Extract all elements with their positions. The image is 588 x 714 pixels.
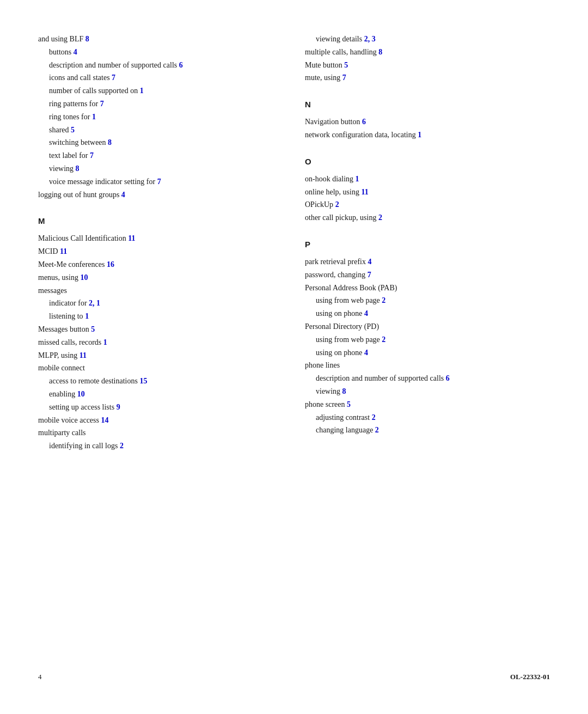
- page-ref: 6: [446, 374, 450, 382]
- page-ref: 4: [364, 349, 368, 357]
- page-ref: 8: [342, 387, 346, 395]
- page-ref: 10: [77, 390, 85, 398]
- right-column: viewing details 2, 3 multiple calls, han…: [305, 33, 550, 662]
- page-ref: 4: [121, 191, 125, 199]
- list-item: OPickUp 2: [305, 198, 550, 211]
- list-item: viewing 8: [305, 385, 550, 398]
- page-ref: 1: [92, 113, 96, 121]
- list-item: Navigation button 6: [305, 115, 550, 129]
- list-item: Malicious Call Identification 11: [38, 232, 283, 245]
- list-item: identifying in call logs 2: [38, 440, 283, 453]
- list-item: Personal Address Book (PAB): [305, 282, 550, 295]
- list-item: using from web page 2: [305, 333, 550, 346]
- list-item: Mute button 5: [305, 59, 550, 72]
- list-item: enabling 10: [38, 388, 283, 401]
- list-item: ring tones for 1: [38, 111, 283, 124]
- section-header-n: N: [305, 100, 550, 109]
- section-o: O on-hook dialing 1 online help, using 1…: [305, 157, 550, 224]
- list-item: indicator for 2, 1: [38, 297, 283, 310]
- list-item: phone screen 5: [305, 398, 550, 411]
- list-item: voice message indicator setting for 7: [38, 175, 283, 188]
- list-item: mobile connect: [38, 362, 283, 375]
- page-ref: 5: [347, 400, 351, 408]
- top-continuation-section: and using BLF 8 buttons 4 description an…: [38, 33, 283, 201]
- page-ref: 2: [378, 213, 382, 222]
- section-n: N Navigation button 6 network configurat…: [305, 100, 550, 142]
- list-item: mute, using 7: [305, 71, 550, 84]
- page-ref: 14: [101, 416, 108, 424]
- list-item: number of calls supported on 1: [38, 84, 283, 97]
- list-item: phone lines: [305, 359, 550, 372]
- footer-page-number: 4: [38, 673, 42, 681]
- page-ref: 8: [108, 138, 112, 147]
- page-ref: 1: [140, 87, 144, 95]
- page-ref: 11: [128, 234, 135, 242]
- page-ref: 4: [74, 48, 77, 56]
- list-item: adjusting contrast 2: [305, 411, 550, 424]
- page-ref: 11: [79, 351, 87, 359]
- page-ref: 2, 3: [364, 35, 376, 43]
- page-ref: 1: [85, 312, 89, 320]
- page-ref: 4: [364, 309, 368, 318]
- page-ref: 2: [382, 335, 385, 344]
- page-ref: 10: [80, 273, 88, 282]
- list-item: using on phone 4: [305, 346, 550, 359]
- page-ref: 5: [71, 126, 75, 134]
- page-ref: 6: [179, 61, 183, 69]
- list-item: listening to 1: [38, 310, 283, 323]
- list-item: network configuration data, locating 1: [305, 129, 550, 142]
- page-ref: 7: [100, 100, 104, 108]
- list-item: password, changing 7: [305, 268, 550, 282]
- list-item: on-hook dialing 1: [305, 173, 550, 186]
- left-column: and using BLF 8 buttons 4 description an…: [38, 33, 283, 662]
- page-ref: 5: [344, 61, 348, 69]
- page-ref: 8: [85, 35, 89, 43]
- list-item: online help, using 11: [305, 186, 550, 199]
- page-ref: 7: [90, 151, 94, 160]
- page-ref: 7: [367, 271, 371, 279]
- page-ref: 1: [356, 175, 359, 183]
- list-item: access to remote destinations 15: [38, 375, 283, 388]
- list-item: park retrieval prefix 4: [305, 255, 550, 268]
- list-item: Meet-Me conferences 16: [38, 258, 283, 271]
- page-ref: 2: [335, 200, 339, 209]
- list-item: Personal Directory (PD): [305, 320, 550, 333]
- list-item: switching between 8: [38, 136, 283, 149]
- section-header-m: M: [38, 216, 283, 225]
- list-item: messages: [38, 284, 283, 297]
- two-column-layout: and using BLF 8 buttons 4 description an…: [38, 33, 550, 662]
- list-item: viewing 8: [38, 162, 283, 175]
- list-item: buttons 4: [38, 46, 283, 59]
- page-ref: 1: [103, 338, 107, 346]
- page-ref: 1: [418, 131, 421, 139]
- list-item: using from web page 2: [305, 294, 550, 307]
- list-item: multiple calls, handling 8: [305, 46, 550, 59]
- list-item: ring patterns for 7: [38, 97, 283, 111]
- section-p: P park retrieval prefix 4 password, chan…: [305, 240, 550, 437]
- section-header-o: O: [305, 157, 550, 166]
- list-item: icons and call states 7: [38, 71, 283, 84]
- page-ref: 11: [60, 247, 67, 255]
- page-ref: 4: [367, 258, 371, 266]
- list-item: using on phone 4: [305, 307, 550, 320]
- page-ref: 2: [120, 442, 124, 450]
- page-ref: 5: [91, 325, 95, 333]
- page-ref: 15: [139, 377, 147, 385]
- list-item: MLPP, using 11: [38, 349, 283, 362]
- page-ref: 7: [157, 178, 161, 186]
- page-container: and using BLF 8 buttons 4 description an…: [0, 0, 588, 714]
- list-item: viewing details 2, 3: [305, 33, 550, 46]
- section-header-p: P: [305, 240, 550, 249]
- page-ref: 16: [107, 260, 114, 268]
- list-item: menus, using 10: [38, 271, 283, 284]
- page-ref: 2: [382, 296, 385, 304]
- page-ref: 6: [362, 118, 366, 126]
- footer-doc-id: OL-22332-01: [510, 673, 550, 681]
- list-item: mobile voice access 14: [38, 414, 283, 427]
- page-ref: 7: [112, 74, 115, 82]
- page-ref: 7: [342, 74, 346, 82]
- right-top-continuation: viewing details 2, 3 multiple calls, han…: [305, 33, 550, 84]
- page-footer: 4 OL-22332-01: [38, 662, 550, 681]
- page-ref: 2: [372, 413, 376, 422]
- list-item: logging out of hunt groups 4: [38, 188, 283, 202]
